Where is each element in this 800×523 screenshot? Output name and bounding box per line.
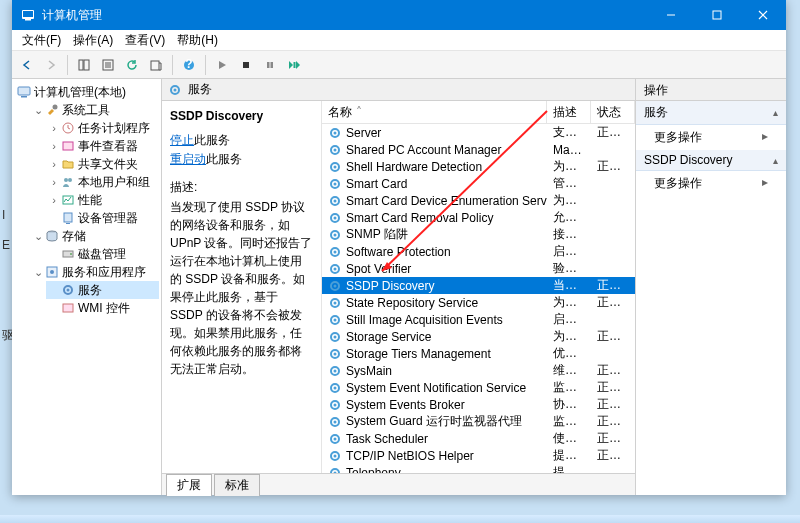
actions-group-services[interactable]: 服务▴ [636, 101, 786, 125]
svg-point-45 [334, 165, 337, 168]
service-desc-cell: 验证... [547, 260, 591, 277]
service-row[interactable]: Still Image Acquisition Events启动... [322, 311, 635, 328]
service-desc-cell: 为自... [547, 158, 591, 175]
service-row[interactable]: Shared PC Account ManagerMan... [322, 141, 635, 158]
svg-point-34 [50, 270, 54, 274]
tree-services[interactable]: 服务 [46, 281, 159, 299]
restart-service-button[interactable] [283, 54, 305, 76]
tree-storage[interactable]: ⌄存储 [30, 227, 159, 245]
list-header[interactable]: 名称 ˄ 描述 状态 [322, 101, 635, 124]
gear-icon [328, 143, 342, 157]
pause-service-button[interactable] [259, 54, 281, 76]
expand-icon[interactable]: › [48, 122, 60, 134]
collapse-icon[interactable]: ⌄ [32, 104, 44, 117]
service-name-label: System Guard 运行时监视器代理 [346, 413, 522, 430]
service-row[interactable]: System Events Broker协调...正在... [322, 396, 635, 413]
svg-point-63 [334, 318, 337, 321]
svg-point-51 [334, 216, 337, 219]
tree-event-viewer[interactable]: ›事件查看器 [46, 137, 159, 155]
svg-point-41 [334, 131, 337, 134]
navigation-tree[interactable]: 计算机管理(本地) ⌄系统工具 ›任务计划程序 ›事件查看器 ›共享文件夹 ›本… [12, 79, 162, 495]
tree-system-tools[interactable]: ⌄系统工具 [30, 101, 159, 119]
tab-extended[interactable]: 扩展 [166, 474, 212, 496]
service-row[interactable]: Storage Service为存...正在... [322, 328, 635, 345]
expand-icon[interactable]: › [48, 194, 60, 206]
service-row[interactable]: Smart Card Removal Policy允许... [322, 209, 635, 226]
tree-wmi[interactable]: WMI 控件 [46, 299, 159, 317]
service-row[interactable]: TCP/IP NetBIOS Helper提供...正在... [322, 447, 635, 464]
service-row[interactable]: Software Protection启用... [322, 243, 635, 260]
menu-view[interactable]: 查看(V) [119, 30, 171, 51]
service-row[interactable]: System Guard 运行时监视器代理监视...正在... [322, 413, 635, 430]
collapse-icon[interactable]: ⌄ [32, 230, 44, 243]
service-name-label: Storage Service [346, 330, 431, 344]
device-icon [60, 210, 76, 226]
tree-local-users[interactable]: ›本地用户和组 [46, 173, 159, 191]
services-list[interactable]: Server支持...正在...Shared PC Account Manage… [322, 124, 635, 473]
title-bar[interactable]: 计算机管理 [12, 0, 786, 30]
tree-performance[interactable]: ›性能 [46, 191, 159, 209]
show-hide-tree-button[interactable] [73, 54, 95, 76]
actions-more-services[interactable]: 更多操作 ▸ [636, 125, 786, 150]
tree-device-manager[interactable]: 设备管理器 [46, 209, 159, 227]
service-status-cell: 正在... [591, 413, 635, 430]
tree-root[interactable]: 计算机管理(本地) [14, 83, 159, 101]
menu-file[interactable]: 文件(F) [16, 30, 67, 51]
actions-group-selected[interactable]: SSDP Discovery▴ [636, 150, 786, 171]
service-row[interactable]: Server支持...正在... [322, 124, 635, 141]
tree-shared-folders[interactable]: ›共享文件夹 [46, 155, 159, 173]
service-row[interactable]: Smart Card管理... [322, 175, 635, 192]
service-desc-cell: 使用... [547, 430, 591, 447]
svg-point-69 [334, 369, 337, 372]
service-row[interactable]: Telephony提供... [322, 464, 635, 473]
expand-icon[interactable]: › [48, 158, 60, 170]
help-button[interactable]: ? [178, 54, 200, 76]
service-row[interactable]: Storage Tiers Management优化... [322, 345, 635, 362]
expand-icon[interactable]: › [48, 176, 60, 188]
actions-more-selected[interactable]: 更多操作 ▸ [636, 171, 786, 196]
service-row[interactable]: Spot Verifier验证... [322, 260, 635, 277]
properties-button[interactable] [97, 54, 119, 76]
tree-services-apps[interactable]: ⌄服务和应用程序 [30, 263, 159, 281]
service-row[interactable]: SysMain维护...正在... [322, 362, 635, 379]
column-name[interactable]: 名称 ˄ [322, 101, 547, 123]
column-status[interactable]: 状态 [591, 101, 635, 123]
tab-standard[interactable]: 标准 [214, 474, 260, 496]
service-row[interactable]: SNMP 陷阱接收... [322, 226, 635, 243]
forward-button[interactable] [40, 54, 62, 76]
service-row[interactable]: Smart Card Device Enumeration Service为给.… [322, 192, 635, 209]
gear-icon [328, 279, 342, 293]
service-row[interactable]: Shell Hardware Detection为自...正在... [322, 158, 635, 175]
export-button[interactable] [145, 54, 167, 76]
service-row[interactable]: SSDP Discovery当发...正在... [322, 277, 635, 294]
expand-icon[interactable]: › [48, 140, 60, 152]
restart-service-link[interactable]: 重启动 [170, 152, 206, 166]
tree-label: 设备管理器 [78, 210, 138, 227]
service-desc-cell: 支持... [547, 124, 591, 141]
close-button[interactable] [740, 0, 786, 30]
refresh-button[interactable] [121, 54, 143, 76]
service-desc-cell: Man... [547, 143, 591, 157]
service-row[interactable]: Task Scheduler使用...正在... [322, 430, 635, 447]
service-row[interactable]: State Repository Service为应...正在... [322, 294, 635, 311]
maximize-button[interactable] [694, 0, 740, 30]
menu-action[interactable]: 操作(A) [67, 30, 119, 51]
menu-help[interactable]: 帮助(H) [171, 30, 224, 51]
tree-label: 性能 [78, 192, 102, 209]
back-button[interactable] [16, 54, 38, 76]
column-description[interactable]: 描述 [547, 101, 591, 123]
tree-task-scheduler[interactable]: ›任务计划程序 [46, 119, 159, 137]
minimize-button[interactable] [648, 0, 694, 30]
service-row[interactable]: System Event Notification Service监视...正在… [322, 379, 635, 396]
service-desc-cell: 启动... [547, 311, 591, 328]
start-service-button[interactable] [211, 54, 233, 76]
svg-point-81 [334, 471, 337, 473]
service-desc-cell: 为给... [547, 192, 591, 209]
stop-service-button[interactable] [235, 54, 257, 76]
users-icon [60, 174, 76, 190]
service-desc-cell: 管理... [547, 175, 591, 192]
tree-disk-management[interactable]: 磁盘管理 [46, 245, 159, 263]
stop-service-link[interactable]: 停止 [170, 133, 194, 147]
collapse-icon[interactable]: ⌄ [32, 266, 44, 279]
svg-point-57 [334, 267, 337, 270]
